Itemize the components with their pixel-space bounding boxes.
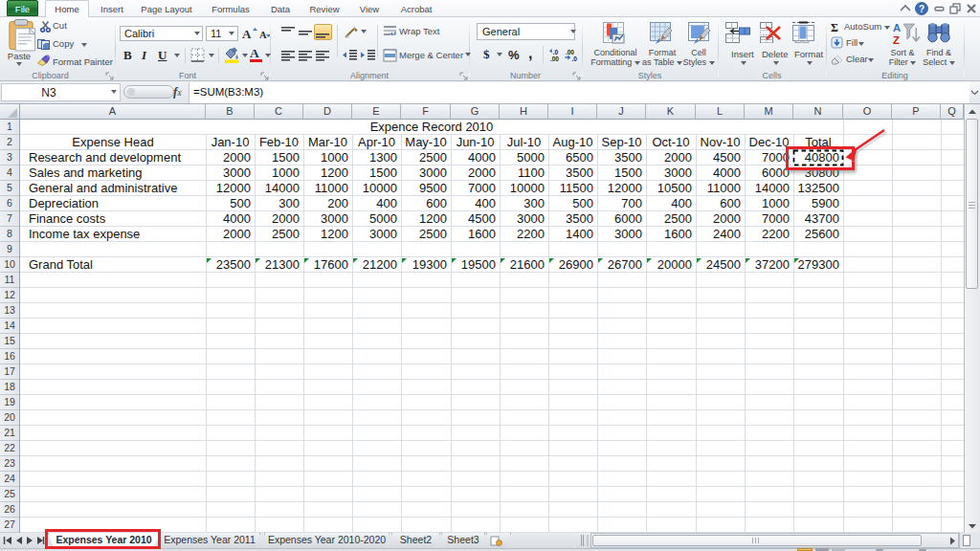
- svg-text:Z: Z: [893, 34, 900, 46]
- svg-text:.00: .00: [550, 55, 559, 62]
- svg-text:.0: .0: [571, 55, 577, 62]
- svg-text:?: ?: [919, 4, 924, 14]
- svg-text:A: A: [242, 27, 252, 40]
- svg-text:A: A: [259, 30, 267, 40]
- svg-text:A: A: [893, 22, 901, 33]
